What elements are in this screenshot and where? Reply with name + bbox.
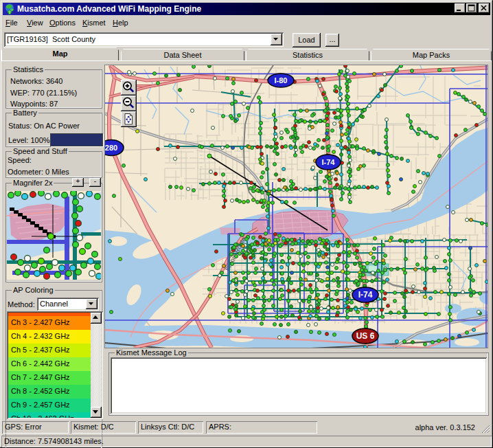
svg-text:I-74: I-74 [358, 290, 373, 300]
svg-text:I-80: I-80 [275, 76, 288, 85]
svg-text:280: 280 [105, 144, 117, 152]
svg-text:US 6: US 6 [356, 331, 375, 341]
svg-text:I-74: I-74 [322, 158, 336, 166]
